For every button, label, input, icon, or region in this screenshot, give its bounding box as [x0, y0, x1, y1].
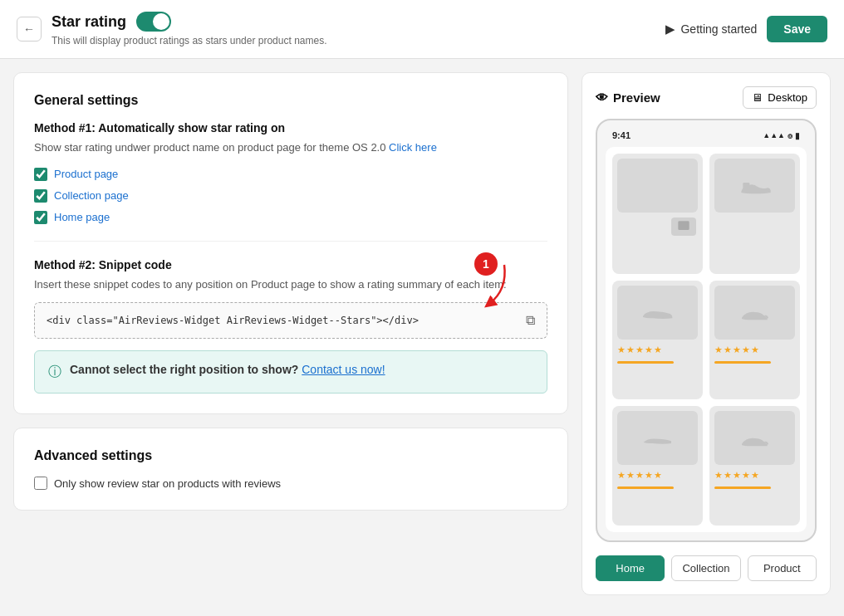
advanced-settings-card: Advanced settings Only show review star …	[13, 428, 568, 511]
collection-page-checkbox[interactable]	[34, 189, 47, 203]
preview-title-text: Preview	[613, 90, 660, 105]
getting-started-icon: ▶	[665, 22, 675, 37]
svg-rect-2	[743, 183, 749, 192]
header-title-area: Star rating This will display product ra…	[52, 12, 326, 46]
product-card-5: ★ ★ ★ ★ ★	[612, 406, 703, 526]
tab-collection[interactable]: Collection	[671, 555, 740, 581]
wifi-icon: ⌾	[788, 131, 792, 140]
collection-page-label: Collection page	[54, 189, 129, 202]
signal-icon: ▲▲▲	[763, 131, 785, 139]
advanced-settings-title: Advanced settings	[34, 448, 547, 463]
preview-tabs: Home Collection Product	[596, 552, 817, 581]
product-card-3: ★ ★ ★ ★ ★	[612, 281, 703, 400]
getting-started-label: Getting started	[680, 22, 757, 36]
copy-icon[interactable]: ⧉	[526, 313, 535, 328]
product-page-checkbox-item: Product page	[34, 168, 547, 181]
phone-mockup: 9:41 ▲▲▲ ⌾ ▮	[596, 119, 817, 542]
back-button[interactable]: ←	[17, 17, 42, 42]
save-button[interactable]: Save	[767, 16, 827, 42]
battery-icon: ▮	[795, 131, 800, 140]
step-badge: 1	[474, 252, 498, 276]
product-card-2	[709, 154, 800, 274]
star: ★	[733, 470, 741, 481]
product-image-4	[714, 286, 795, 340]
stars-6: ★ ★ ★ ★ ★	[714, 468, 795, 482]
preview-header: 👁 Preview 🖥 Desktop	[596, 86, 817, 109]
general-settings-title: General settings	[34, 93, 547, 108]
star: ★	[654, 470, 662, 481]
main-content: General settings Method #1: Automaticall…	[0, 59, 844, 609]
snippet-wrapper: 1 <div class="AirReviews-Widget A	[34, 302, 547, 350]
method1-section: Method #1: Automatically show star ratin…	[34, 121, 547, 224]
star: ★	[714, 345, 723, 355]
product-card-1	[612, 154, 703, 274]
snippet-code-text: <div class="AirReviews-Widget AirReviews…	[47, 315, 419, 326]
desktop-label: Desktop	[768, 91, 807, 104]
product-page-label: Product page	[54, 168, 118, 180]
stars-3: ★ ★ ★ ★ ★	[617, 343, 698, 357]
home-page-label: Home page	[54, 211, 110, 223]
collection-page-checkbox-item: Collection page	[34, 189, 547, 203]
desktop-button[interactable]: 🖥 Desktop	[743, 86, 817, 109]
method2-title: Method #2: Snippet code	[34, 258, 547, 271]
star: ★	[626, 345, 635, 355]
home-page-checkbox[interactable]	[34, 211, 47, 224]
star-rating-toggle[interactable]	[136, 12, 171, 32]
app-header: ← Star rating This will display product …	[0, 0, 844, 59]
star: ★	[714, 470, 723, 481]
tab-product[interactable]: Product	[748, 555, 817, 581]
star: ★	[635, 345, 644, 355]
advanced-checkbox-label: Only show review star on products with r…	[54, 477, 281, 490]
method1-desc: Show star rating undwer product name on …	[34, 139, 547, 156]
star: ★	[724, 470, 732, 481]
getting-started-button[interactable]: ▶ Getting started	[665, 22, 757, 37]
info-icon: ⓘ	[48, 364, 61, 381]
home-page-checkbox-item: Home page	[34, 211, 547, 224]
contact-link[interactable]: Contact us now!	[302, 363, 385, 376]
star: ★	[724, 345, 732, 355]
page-title: Star rating	[52, 13, 126, 31]
back-icon: ←	[23, 22, 35, 36]
advanced-checkbox-item: Only show review star on products with r…	[34, 477, 547, 490]
product-image-1	[617, 159, 698, 213]
star: ★	[751, 345, 759, 355]
stars-5: ★ ★ ★ ★ ★	[617, 468, 698, 482]
method2-section: Method #2: Snippet code Insert these sni…	[34, 241, 547, 394]
product-page-checkbox[interactable]	[34, 168, 47, 181]
product-image-6	[714, 411, 795, 465]
tab-home[interactable]: Home	[596, 555, 665, 581]
method1-desc-text: Show star rating undwer product name on …	[34, 141, 389, 154]
star: ★	[617, 470, 626, 481]
click-here-link[interactable]: Click here	[389, 141, 437, 154]
monitor-icon: 🖥	[752, 91, 763, 104]
preview-panel: 👁 Preview 🖥 Desktop 9:41 ▲▲▲ ⌾ ▮	[581, 72, 831, 595]
star: ★	[733, 345, 741, 355]
page-subtitle: This will display product ratings as sta…	[52, 35, 326, 46]
phone-time: 9:41	[612, 130, 631, 140]
product-image-2	[714, 159, 795, 213]
badge-container: 1	[474, 252, 498, 276]
star: ★	[645, 345, 653, 355]
snippet-code-box: <div class="AirReviews-Widget AirReviews…	[34, 302, 547, 339]
product-card-4: ★ ★ ★ ★ ★	[709, 281, 800, 400]
info-box: ⓘ Cannot select the right position to sh…	[34, 350, 547, 394]
advanced-checkbox[interactable]	[34, 477, 47, 490]
star: ★	[626, 470, 635, 481]
preview-eye-icon: 👁	[596, 90, 608, 105]
stars-4: ★ ★ ★ ★ ★	[714, 343, 795, 357]
info-content: Cannot select the right position to show…	[70, 363, 385, 376]
phone-status-bar: 9:41 ▲▲▲ ⌾ ▮	[606, 129, 807, 142]
star: ★	[751, 470, 759, 481]
star: ★	[742, 470, 750, 481]
star: ★	[617, 345, 626, 355]
star: ★	[654, 345, 662, 355]
method2-desc: Insert these snippet codes to any positi…	[34, 276, 547, 293]
product-image-3	[617, 286, 698, 340]
phone-content: ★ ★ ★ ★ ★	[606, 147, 807, 532]
badge-label: 1	[483, 257, 489, 271]
preview-title-row: 👁 Preview	[596, 90, 660, 105]
star: ★	[635, 470, 644, 481]
product-card-6: ★ ★ ★ ★ ★	[709, 406, 800, 526]
status-icons: ▲▲▲ ⌾ ▮	[763, 131, 800, 140]
method1-title: Method #1: Automatically show star ratin…	[34, 121, 547, 134]
